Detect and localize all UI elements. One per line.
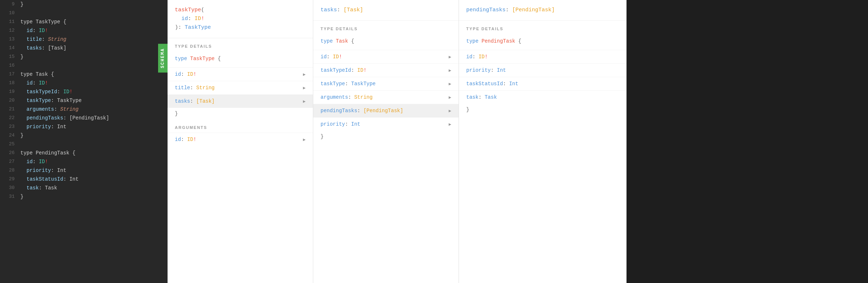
panel2-type-header: type Task { bbox=[321, 37, 451, 46]
panel3-field-type: [PendingTask] bbox=[512, 7, 555, 13]
query-signature: taskType( id: ID! ): TaskType bbox=[175, 6, 306, 32]
panel2-field-type: [Task] bbox=[343, 7, 363, 13]
panel3-query-sig: pendingTasks: [PendingTask] bbox=[466, 6, 619, 15]
line-number: 13 bbox=[3, 35, 15, 43]
field-row-id[interactable]: id: ID! ▶ bbox=[313, 50, 459, 63]
code-line: 27 id: ID! bbox=[0, 157, 168, 166]
line-number: 28 bbox=[3, 166, 15, 174]
code-text: tasks: [Task] bbox=[20, 44, 66, 52]
field-row-title[interactable]: title: String ▶ bbox=[168, 81, 313, 94]
line-number: 11 bbox=[3, 18, 15, 26]
code-text: type Task { bbox=[20, 70, 54, 78]
code-line: 9 } bbox=[0, 0, 168, 9]
code-line: 12 id: ID! bbox=[0, 26, 168, 35]
code-line: 23 priority: Int bbox=[0, 122, 168, 131]
code-text: } bbox=[20, 193, 23, 201]
code-text: id: ID! bbox=[20, 158, 48, 166]
code-text: arguments: String bbox=[20, 105, 79, 113]
closing-brace: } bbox=[459, 104, 627, 115]
type-keyword: type bbox=[466, 38, 482, 44]
field-row-id[interactable]: id: ID! bbox=[459, 50, 627, 63]
panels-container: taskType( id: ID! ): TaskType TYPE DETAI… bbox=[168, 0, 868, 283]
closing-brace: } bbox=[168, 108, 313, 119]
code-line: 13 title: String bbox=[0, 35, 168, 44]
code-line: 29 taskStatusId: Int bbox=[0, 175, 168, 184]
closing-brace: } bbox=[313, 131, 459, 142]
code-text: taskType: TaskType bbox=[20, 97, 82, 105]
line-number: 15 bbox=[3, 53, 15, 61]
query-return-type: TaskType bbox=[185, 24, 211, 31]
type-name: PendingTask bbox=[482, 38, 515, 44]
line-number: 29 bbox=[3, 175, 15, 183]
panel2-header: tasks: [Task] bbox=[313, 0, 459, 21]
query-arg-type: ID bbox=[195, 16, 201, 22]
field-row-priority[interactable]: priority: Int bbox=[459, 63, 627, 77]
line-number: 30 bbox=[3, 184, 15, 192]
panel2-field-name: tasks bbox=[321, 7, 337, 13]
panel3-section-label: TYPE DETAILS bbox=[459, 21, 627, 34]
code-line: 24 } bbox=[0, 131, 168, 140]
line-number: 19 bbox=[3, 88, 15, 96]
arrow-icon: ▶ bbox=[449, 54, 451, 60]
code-text: priority: Int bbox=[20, 166, 66, 174]
field-row-priority[interactable]: priority: Int ▶ bbox=[313, 117, 459, 131]
code-line: 14 tasks: [Task] bbox=[0, 44, 168, 52]
panel-pendingtask: pendingTasks: [PendingTask] TYPE DETAILS… bbox=[459, 0, 627, 283]
panel3-header: pendingTasks: [PendingTask] bbox=[459, 0, 627, 21]
arrow-icon: ▶ bbox=[303, 99, 306, 104]
panel1-section-label: TYPE DETAILS bbox=[168, 38, 313, 51]
field-row-task[interactable]: task: Task bbox=[459, 90, 627, 104]
panel1-header: taskType( id: ID! ): TaskType bbox=[168, 0, 313, 38]
code-line: 10 bbox=[0, 9, 168, 17]
field-row-taskTypeId[interactable]: taskTypeId: ID! ▶ bbox=[313, 63, 459, 77]
panel3-field-name: pendingTasks bbox=[466, 7, 506, 13]
code-line: 16 bbox=[0, 61, 168, 70]
code-text: } bbox=[20, 53, 23, 61]
line-number: 17 bbox=[3, 70, 15, 78]
line-number: 22 bbox=[3, 114, 15, 122]
code-line: 15 } bbox=[0, 52, 168, 61]
panel2-section-label: TYPE DETAILS bbox=[313, 21, 459, 34]
line-number: 18 bbox=[3, 79, 15, 87]
line-number: 31 bbox=[3, 193, 15, 201]
panel1-type-block: type TaskType { bbox=[168, 51, 313, 67]
line-number: 9 bbox=[3, 0, 15, 8]
code-line: 30 task: Task bbox=[0, 184, 168, 192]
arrow-icon: ▶ bbox=[303, 137, 306, 142]
panel2-query-sig: tasks: [Task] bbox=[321, 6, 451, 15]
code-text: id: ID! bbox=[20, 27, 48, 35]
code-text: type TaskType { bbox=[20, 18, 66, 26]
code-text: taskTypeId: ID! bbox=[20, 88, 72, 96]
arrow-icon: ▶ bbox=[303, 85, 306, 91]
arrow-icon: ▶ bbox=[303, 72, 306, 77]
arrow-icon: ▶ bbox=[449, 68, 451, 73]
line-number: 27 bbox=[3, 158, 15, 166]
schema-tab[interactable]: SCHEMA bbox=[158, 44, 168, 72]
field-row-arg-id[interactable]: id: ID! ▶ bbox=[168, 133, 313, 146]
type-keyword: type bbox=[175, 56, 190, 62]
panel3-type-header: type PendingTask { bbox=[466, 37, 619, 46]
field-row-arguments[interactable]: arguments: String ▶ bbox=[313, 90, 459, 104]
line-number: 21 bbox=[3, 105, 15, 113]
code-line: 18 id: ID! bbox=[0, 79, 168, 87]
code-text: } bbox=[20, 131, 23, 139]
field-row-tasks[interactable]: tasks: [Task] ▶ bbox=[168, 94, 313, 108]
code-line: 26 type PendingTask { bbox=[0, 149, 168, 157]
code-text: taskStatusId: Int bbox=[20, 175, 79, 183]
line-number: 23 bbox=[3, 123, 15, 131]
panel3-type-block: type PendingTask { bbox=[459, 34, 627, 50]
field-row-taskType[interactable]: taskType: TaskType ▶ bbox=[313, 77, 459, 90]
code-line: 19 taskTypeId: ID! bbox=[0, 87, 168, 96]
arrow-icon: ▶ bbox=[449, 122, 451, 127]
code-line: 25 bbox=[0, 140, 168, 149]
field-row-taskStatusId[interactable]: taskStatusId: Int bbox=[459, 77, 627, 90]
code-line: 11 type TaskType { bbox=[0, 17, 168, 26]
line-number: 20 bbox=[3, 97, 15, 105]
query-excl: ! bbox=[201, 16, 204, 22]
field-row-pendingTasks[interactable]: pendingTasks: [PendingTask] ▶ bbox=[313, 104, 459, 117]
line-number: 10 bbox=[3, 9, 15, 17]
line-number: 16 bbox=[3, 62, 15, 70]
field-row-id[interactable]: id: ID! ▶ bbox=[168, 67, 313, 81]
code-text: task: Task bbox=[20, 184, 57, 192]
line-number: 26 bbox=[3, 149, 15, 157]
